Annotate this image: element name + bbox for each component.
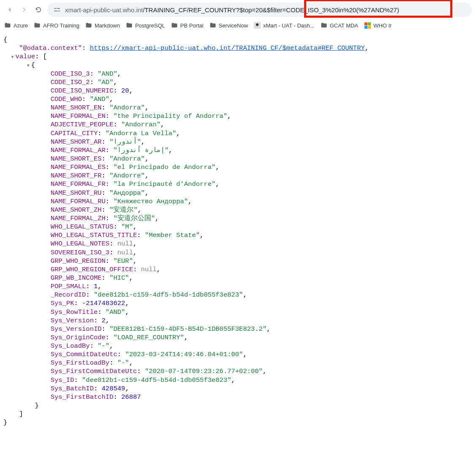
bookmark-item[interactable]: PostgreSQL [126, 22, 165, 29]
json-key: WHO_LEGAL_STATUS [51, 223, 114, 231]
json-key: Sys_VersionID [51, 325, 102, 333]
json-value: "Andorra La Vella" [106, 130, 176, 137]
folder-icon [209, 22, 216, 29]
json-key: ADJECTIVE_PEOPLE [51, 121, 114, 128]
bookmarks-bar: AzureAFRO TrainingMarkdownPostgreSQLPB P… [0, 19, 476, 31]
json-value: "AND" [90, 95, 110, 103]
json-value: "the Principality of Andorra" [113, 112, 227, 120]
xmart-icon [254, 22, 261, 29]
json-value: "Княжество Андорра" [113, 198, 188, 205]
json-value: "HIC" [109, 274, 129, 282]
bookmark-item[interactable]: AFRO Training [34, 22, 79, 29]
folder-icon [34, 22, 41, 29]
svg-rect-1 [57, 8, 60, 9]
back-button[interactable] [4, 4, 15, 15]
collapse-toggle-icon[interactable]: ▼ [27, 63, 31, 68]
json-key: WHO_LEGAL_NOTES [51, 240, 110, 248]
json-value: null [141, 266, 157, 273]
json-key: Sys_BatchID [51, 385, 94, 392]
json-key: CODE_ISO_2 [51, 79, 90, 86]
address-bar[interactable]: xmart-api-public-uat.who.int/TRAINING_CF… [47, 3, 472, 17]
json-value: "2020-07-14T09:23:26.77+02:00" [145, 368, 263, 375]
json-key: SOVEREIGN_ISO_3 [51, 249, 110, 256]
json-key: Sys_FirstLoadBy [51, 359, 110, 367]
bookmark-label: PB Portal [180, 22, 204, 29]
json-value: "Андорра" [109, 189, 145, 197]
json-key: Sys_ID [51, 376, 74, 384]
json-key: CODE_ISO_NUMERIC [51, 87, 114, 95]
json-key: NAME_FORMAL_ZH [51, 215, 106, 222]
json-value: "安道尔" [109, 206, 138, 214]
json-key: NAME_SHORT_FR [51, 172, 102, 180]
json-key: GRP_WHO_REGION [51, 257, 106, 265]
json-value: "dee812b1-c159-4df5-b54d-1db055f3e823" [94, 291, 243, 299]
bookmark-item[interactable]: Markdown [85, 22, 120, 29]
folder-icon [126, 22, 133, 29]
json-value: null [117, 249, 133, 256]
json-key: CAPITAL_CITY [51, 130, 98, 137]
arrow-right-icon [20, 6, 28, 14]
bookmark-item[interactable]: GCAT MDA [321, 22, 358, 29]
json-key: NAME_SHORT_AR [51, 138, 102, 146]
svg-rect-0 [54, 8, 56, 9]
json-key: Sys_FirstCommitDateUtc [51, 368, 137, 375]
json-value: "Member State" [145, 232, 200, 239]
json-value: "Andorre" [109, 172, 145, 180]
json-value: 1 [94, 283, 98, 290]
collapse-toggle-icon[interactable]: ▼ [11, 54, 16, 60]
json-key: NAME_FORMAL_RU [51, 198, 106, 205]
json-value: "-" [98, 342, 109, 350]
json-value: 20 [121, 87, 129, 95]
json-value: "إمارة أندورا" [113, 147, 169, 154]
json-value: "EUR" [113, 257, 133, 265]
json-key: Sys_OriginCode [51, 334, 106, 341]
json-key: Sys_CommitDateUtc [51, 351, 117, 358]
json-value: "la Principauté d'Andorre" [113, 180, 215, 188]
json-value: "Andorran" [121, 121, 160, 128]
bookmark-item[interactable]: PB Portal [171, 22, 204, 29]
bookmark-item[interactable]: xMart - UAT - Dash... [254, 22, 315, 29]
bookmark-item[interactable]: WHO Ir [364, 22, 392, 29]
json-key: NAME_FORMAL_ES [51, 163, 106, 171]
json-key: Sys_LoadBy [51, 342, 90, 350]
json-key: NAME_FORMAL_AR [51, 147, 106, 154]
arrow-left-icon [6, 6, 14, 14]
json-key: _RecordID [51, 291, 86, 299]
bookmark-item[interactable]: Azure [4, 22, 28, 29]
bookmark-label: AFRO Training [43, 22, 79, 29]
json-value: "LOAD_REF_COUNTRY" [113, 334, 184, 341]
json-value: -2147483622 [82, 300, 125, 307]
json-key: POP_SMALL [51, 283, 86, 290]
json-key: NAME_SHORT_RU [51, 189, 102, 197]
folder-icon [4, 22, 11, 29]
json-value: "أندورا" [109, 138, 141, 146]
forward-button[interactable] [19, 4, 30, 15]
json-key: NAME_FORMAL_FR [51, 180, 106, 188]
json-key: NAME_FORMAL_EN [51, 112, 106, 120]
folder-icon [171, 22, 178, 29]
json-key: Sys_RowTitle [51, 308, 98, 316]
json-value: "安道尔公国" [113, 215, 155, 222]
json-value: "AND" [106, 308, 125, 316]
json-key: Sys_Version [51, 317, 94, 324]
json-key: CODE_ISO_3 [51, 70, 90, 78]
reload-icon [35, 6, 42, 14]
json-value: null [117, 240, 133, 248]
json-value: 26887 [121, 393, 141, 401]
json-key: GRP_WB_INCOME [51, 274, 102, 282]
json-value: "Andorra" [109, 155, 145, 163]
bookmark-item[interactable]: ServiceNow [209, 22, 248, 29]
json-value: "dee812b1-c159-4df5-b54d-1db055f3e823" [82, 376, 231, 384]
json-value: "AND" [98, 70, 117, 78]
json-key: Sys_PK [51, 300, 74, 307]
json-key: NAME_SHORT_ES [51, 155, 102, 163]
json-key: NAME_SHORT_ZH [51, 206, 102, 214]
json-key: CODE_WHO [51, 95, 82, 103]
bookmark-label: WHO Ir [373, 22, 392, 29]
json-value: 2 [102, 317, 106, 324]
folder-icon [321, 22, 327, 29]
reload-button[interactable] [33, 4, 44, 15]
address-url: xmart-api-public-uat.who.int/TRAINING_CF… [65, 6, 399, 14]
json-value: "el Principado de Andorra" [113, 163, 215, 171]
odata-context-link[interactable]: https://xmart-api-public-uat.who.int/TRA… [90, 44, 365, 52]
